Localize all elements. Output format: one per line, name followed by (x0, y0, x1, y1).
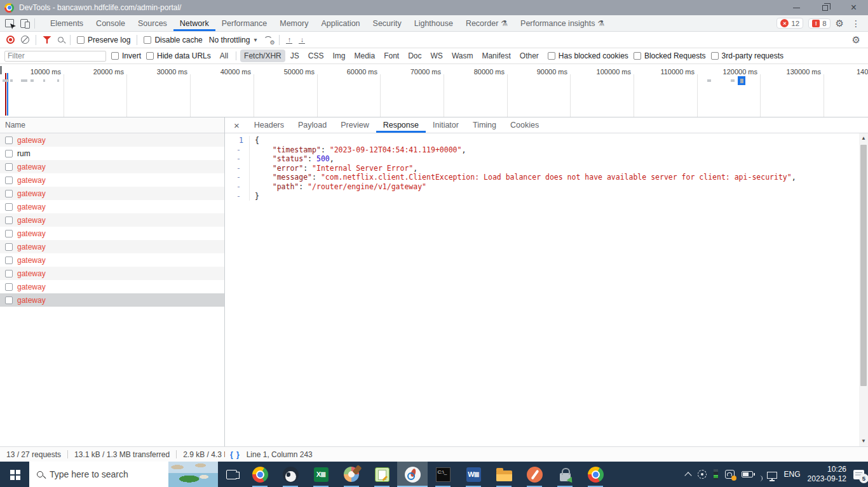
disable-cache-checkbox[interactable]: Disable cache (144, 36, 202, 44)
format-braces-icon[interactable]: { } (230, 450, 240, 459)
taskbar-app-paint[interactable] (336, 462, 367, 487)
tab-lighthouse[interactable]: Lighthouse (408, 15, 459, 31)
requests-name-header[interactable]: Name (0, 117, 224, 133)
filter-pill-wasm[interactable]: Wasm (448, 50, 477, 62)
taskbar-app-chrome-2[interactable] (580, 462, 611, 487)
request-checkbox[interactable] (5, 230, 13, 237)
request-checkbox[interactable] (5, 257, 13, 264)
tab-memory[interactable]: Memory (273, 15, 315, 31)
request-row[interactable]: gateway (0, 187, 224, 200)
request-checkbox[interactable] (5, 243, 13, 251)
request-row[interactable]: rum (0, 147, 224, 160)
request-row[interactable]: gateway (0, 293, 224, 307)
request-checkbox[interactable] (5, 283, 13, 291)
filter-pill-doc[interactable]: Doc (404, 50, 425, 62)
detail-tab-cookies[interactable]: Cookies (503, 117, 546, 133)
request-row[interactable]: gateway (0, 200, 224, 213)
search-network-icon[interactable] (58, 37, 64, 43)
network-conditions-icon[interactable] (263, 36, 273, 44)
tray-sync-icon[interactable] (725, 470, 735, 479)
throttling-dropdown[interactable]: No throttling ▾ (209, 36, 257, 44)
task-view-button[interactable] (218, 462, 245, 487)
restore-button[interactable] (811, 0, 839, 15)
scroll-up-icon[interactable]: ▲ (859, 135, 868, 142)
request-row[interactable]: gateway (0, 227, 224, 240)
network-status-icon[interactable] (767, 472, 777, 479)
third-party-requests-checkbox[interactable]: 3rd-party requests (711, 51, 783, 60)
request-checkbox[interactable] (5, 137, 13, 144)
hide-data-urls-checkbox[interactable]: Hide data URLs (146, 51, 211, 60)
tab-security[interactable]: Security (367, 15, 408, 31)
preserve-log-checkbox[interactable]: Preserve log (77, 36, 130, 44)
error-count-badge[interactable]: × 12 (776, 18, 803, 29)
hidden-icons-chevron-icon[interactable] (684, 472, 691, 479)
search-input[interactable] (50, 469, 168, 479)
taskbar-app-vpn[interactable] (550, 462, 580, 487)
has-blocked-cookies-checkbox[interactable]: Has blocked cookies (548, 51, 628, 60)
device-toolbar-icon[interactable] (20, 19, 28, 28)
filter-pill-img[interactable]: Img (329, 50, 349, 62)
detail-tab-initiator[interactable]: Initiator (426, 117, 466, 133)
request-row[interactable]: gateway (0, 267, 224, 280)
minimize-button[interactable] (782, 0, 811, 15)
taskbar-app-notepadpp[interactable] (367, 462, 397, 487)
filter-pill-media[interactable]: Media (350, 50, 379, 62)
filter-pill-ws[interactable]: WS (427, 50, 447, 62)
taskbar-app-dog[interactable] (275, 462, 306, 487)
taskbar-app-snipping-tool[interactable] (397, 462, 428, 487)
tab-elements[interactable]: Elements (44, 15, 90, 31)
blocked-requests-checkbox[interactable]: Blocked Requests (634, 51, 706, 60)
taskbar-app-pen[interactable] (519, 462, 550, 487)
response-code-area[interactable]: 1{- "timestamp": "2023-09-12T04:54:41.11… (225, 133, 868, 446)
taskbar-app-file-explorer[interactable] (489, 462, 519, 487)
clock[interactable]: 10:26 2023-09-12 (808, 465, 846, 484)
detail-tab-preview[interactable]: Preview (334, 117, 376, 133)
tab-performance-insights[interactable]: Performance insights⚗ (514, 15, 611, 31)
scroll-down-icon[interactable]: ▼ (859, 437, 868, 445)
tab-performance[interactable]: Performance (215, 15, 274, 31)
filter-input[interactable] (4, 51, 106, 62)
taskbar-app-excel[interactable] (306, 462, 336, 487)
filter-pill-manifest[interactable]: Manifest (478, 50, 514, 62)
tray-meeting-icon[interactable] (698, 470, 707, 479)
language-indicator[interactable]: ENG (784, 470, 801, 479)
request-row[interactable]: gateway (0, 133, 224, 147)
detail-tab-headers[interactable]: Headers (247, 117, 291, 133)
start-button[interactable] (0, 462, 29, 487)
tray-signal-icon[interactable] (714, 469, 718, 479)
request-row[interactable]: gateway (0, 173, 224, 187)
scrollbar-thumb[interactable] (860, 145, 867, 386)
filter-pill-all[interactable]: All (216, 50, 232, 62)
notification-center-icon[interactable]: 5 (853, 470, 864, 479)
request-checkbox[interactable] (5, 163, 13, 171)
taskbar-app-terminal[interactable] (428, 462, 458, 487)
detail-tab-response[interactable]: Response (376, 117, 426, 133)
settings-gear-icon[interactable]: ⚙ (836, 18, 844, 29)
record-network-log-icon[interactable] (6, 36, 15, 44)
request-row[interactable]: gateway (0, 160, 224, 173)
request-checkbox[interactable] (5, 270, 13, 277)
detail-tab-payload[interactable]: Payload (291, 117, 334, 133)
request-checkbox[interactable] (5, 217, 13, 224)
battery-icon[interactable] (742, 471, 753, 477)
inspect-element-icon[interactable] (5, 19, 14, 27)
request-checkbox[interactable] (5, 177, 13, 184)
request-row[interactable]: gateway (0, 280, 224, 293)
export-har-icon[interactable]: ↓ (299, 36, 305, 44)
request-checkbox[interactable] (5, 150, 13, 157)
filter-funnel-icon[interactable] (43, 36, 51, 44)
invert-checkbox[interactable]: Invert (111, 51, 141, 60)
filter-pill-font[interactable]: Font (380, 50, 403, 62)
tab-sources[interactable]: Sources (132, 15, 173, 31)
tab-application[interactable]: Application (315, 15, 366, 31)
request-row[interactable]: gateway (0, 240, 224, 253)
taskbar-app-chrome[interactable] (245, 462, 275, 487)
filter-pill-fetch-xhr[interactable]: Fetch/XHR (240, 50, 285, 62)
network-settings-gear-icon[interactable]: ⚙ (852, 34, 860, 46)
request-checkbox[interactable] (5, 297, 13, 304)
import-har-icon[interactable]: ↑ (286, 36, 292, 44)
request-row[interactable]: gateway (0, 213, 224, 227)
filter-pill-js[interactable]: JS (287, 50, 303, 62)
request-checkbox[interactable] (5, 203, 13, 211)
network-overview-timeline[interactable]: 10000 ms20000 ms30000 ms40000 ms50000 ms… (0, 64, 868, 117)
